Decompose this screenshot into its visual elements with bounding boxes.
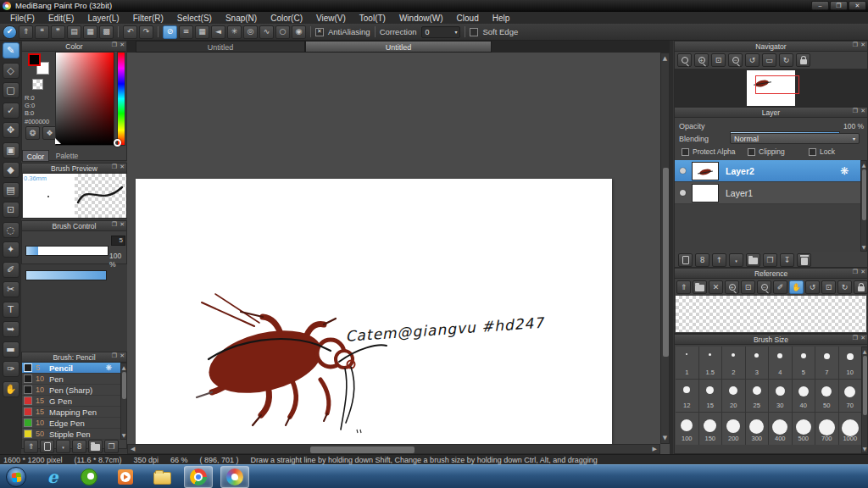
fill-shape-tool[interactable]: ▣ <box>3 142 19 158</box>
fit-window-icon[interactable]: ⊡ <box>711 53 726 67</box>
brush-folder-icon[interactable] <box>88 440 103 453</box>
correction-dropdown[interactable]: 0▾ <box>421 26 460 38</box>
canvas-hscrollbar[interactable]: ◀ ▶ <box>127 444 660 454</box>
layer-row-layer1[interactable]: Layer1 <box>675 182 860 204</box>
brush-size-500[interactable]: 500 <box>793 413 815 445</box>
add-layer-icon[interactable] <box>678 253 693 267</box>
brush-size-1-5[interactable]: 1.5 <box>699 347 722 379</box>
hue-slider[interactable] <box>117 52 125 146</box>
lock-icon[interactable] <box>796 53 810 67</box>
checkbox-lock[interactable]: Lock <box>809 147 860 156</box>
menu-item-selects[interactable]: Select(S) <box>170 14 219 23</box>
divide-tool[interactable]: ▬ <box>3 341 19 358</box>
scroll-down-icon[interactable]: ▼ <box>862 446 867 452</box>
brush-item-pen--sharp-[interactable]: 10Pen (Sharp) <box>22 385 120 396</box>
brush-item-g-pen[interactable]: 15G Pen <box>22 396 120 407</box>
snap-point-icon[interactable]: ◉ <box>292 25 306 39</box>
brush-size-1[interactable]: 1 <box>676 347 698 379</box>
taskbar-ie-icon[interactable] <box>38 466 67 488</box>
close-icon[interactable]: ✕ <box>120 164 125 170</box>
menu-item-toolt[interactable]: Tool(T) <box>353 14 392 23</box>
brush-size-5[interactable]: 5 <box>793 347 815 379</box>
brush-size-15[interactable]: 15 <box>699 380 722 412</box>
zoom-in-icon[interactable] <box>694 53 709 67</box>
scroll-left-icon[interactable]: ◀ <box>131 446 135 452</box>
hue-slider-marker[interactable] <box>114 139 121 147</box>
close-icon[interactable]: ✕ <box>120 222 125 228</box>
brush-size-100[interactable]: 100 <box>676 413 698 445</box>
menu-item-layerl[interactable]: Layer(L) <box>81 14 125 23</box>
add-layer-folder-icon[interactable] <box>746 253 760 267</box>
popout-icon[interactable]: ❐ <box>853 336 858 341</box>
erase-select-tool[interactable]: ✂ <box>3 281 19 297</box>
zoom-out-icon[interactable] <box>728 53 743 67</box>
menu-item-edite[interactable]: Edit(E) <box>42 14 81 23</box>
brush-tool[interactable]: ✎ <box>3 42 19 58</box>
snap-radial-icon[interactable]: ✳ <box>227 25 242 39</box>
select-pen-tool[interactable]: ✓ <box>3 103 19 119</box>
brush-size-400[interactable]: 400 <box>769 413 792 445</box>
popout-icon[interactable]: ❐ <box>112 42 117 48</box>
close-icon[interactable]: ✕ <box>860 42 865 48</box>
delete-layer-icon[interactable] <box>797 253 811 267</box>
zoom-reset-icon[interactable] <box>677 53 692 67</box>
antialiasing-checkbox[interactable]: ✕ <box>315 28 324 36</box>
scroll-up-icon[interactable]: ▲ <box>121 364 126 370</box>
checkbox-clipping[interactable]: Clipping <box>748 147 809 156</box>
brush-script-icon[interactable] <box>72 440 86 453</box>
brush-size-300[interactable]: 300 <box>746 413 769 445</box>
brush-size-30[interactable]: 30 <box>769 380 792 412</box>
scroll-up-icon[interactable]: ▲ <box>861 162 866 168</box>
navigator-viewport[interactable] <box>755 75 799 94</box>
zoom-out-icon[interactable] <box>757 280 771 294</box>
layer-list-scrollbar[interactable]: ▲ ▼ <box>860 160 867 252</box>
close-icon[interactable]: ✕ <box>860 269 865 275</box>
brush-size-scrollbar[interactable]: ▲ ▼ <box>861 347 868 453</box>
text-tool[interactable]: T <box>3 302 19 318</box>
menu-item-viewv[interactable]: View(V) <box>309 14 353 23</box>
brush-size-12[interactable]: 12 <box>676 380 698 412</box>
close-icon[interactable]: ✕ <box>860 336 865 341</box>
snap-curve-icon[interactable]: ∿ <box>259 25 274 39</box>
snap-ellipse-icon[interactable]: ○ <box>275 25 290 39</box>
import-image-icon[interactable]: ⇑ <box>676 280 691 294</box>
canvas-vscrollbar[interactable]: ▲ ▼ <box>660 53 670 444</box>
hand-icon[interactable]: ✋ <box>789 280 804 294</box>
menu-item-help[interactable]: Help <box>486 14 517 23</box>
brush-size-2[interactable]: 2 <box>722 347 745 379</box>
bucket-tool[interactable]: ◆ <box>3 162 19 178</box>
rotate-left-icon[interactable]: ↺ <box>805 280 820 294</box>
zoom-in-icon[interactable] <box>725 280 739 294</box>
layer-row-layer2[interactable]: Layer2❋ <box>675 160 860 182</box>
snap-grid-icon[interactable]: ▦ <box>195 25 209 39</box>
taskbar-medibang-icon[interactable] <box>220 466 249 488</box>
scroll-down-icon[interactable]: ▼ <box>661 435 669 441</box>
brush-item-pencil[interactable]: 5Pencil❋ <box>22 363 120 374</box>
taskbar-coccoc-icon[interactable] <box>75 466 103 488</box>
brush-item-stipple-pen[interactable]: 50Stipple Pen <box>22 429 120 440</box>
scroll-up-icon[interactable]: ▲ <box>862 348 867 354</box>
minimize-button[interactable]: – <box>811 1 829 10</box>
gradient-tool[interactable]: ▤ <box>3 182 19 198</box>
rotate-right-icon[interactable]: ↻ <box>779 53 793 67</box>
brush-size-20[interactable]: 20 <box>722 380 745 412</box>
menu-item-colorc[interactable]: Color(C) <box>264 14 309 23</box>
menu-item-filterr[interactable]: Filter(R) <box>126 14 170 23</box>
close-button[interactable]: ✕ <box>849 1 866 10</box>
undo-icon[interactable]: ↶ <box>123 25 137 39</box>
menu-item-cloud[interactable]: Cloud <box>450 14 486 23</box>
duplicate-layer-icon[interactable]: ❐ <box>763 253 777 267</box>
scroll-up-icon[interactable]: ▲ <box>661 55 669 62</box>
palette-color-icon[interactable]: ❂ <box>25 126 40 140</box>
brush-size-150[interactable]: 150 <box>699 413 722 445</box>
brush-size-700[interactable]: 700 <box>815 413 838 445</box>
popout-icon[interactable]: ❐ <box>112 222 117 228</box>
rotate-right-icon[interactable]: ↻ <box>837 280 852 294</box>
close-icon[interactable]: ✕ <box>860 108 865 114</box>
move-tool[interactable]: ✥ <box>3 122 19 138</box>
popout-icon[interactable]: ❐ <box>853 269 858 275</box>
draw-select-tool[interactable]: ✐ <box>3 262 19 278</box>
fit-icon[interactable]: ⊡ <box>741 280 755 294</box>
drawing-canvas[interactable]: Catem@giangvu #hd247 <box>136 179 612 444</box>
scroll-down-icon[interactable]: ▼ <box>121 432 126 438</box>
